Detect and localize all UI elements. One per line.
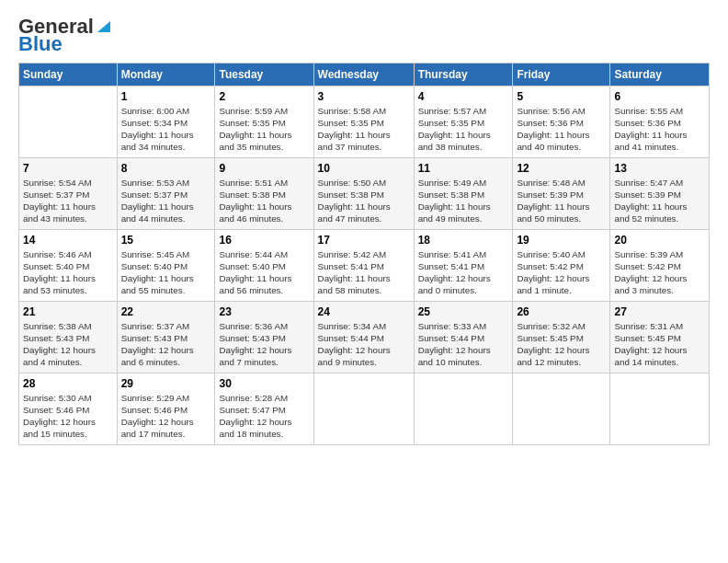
calendar-cell — [313, 373, 414, 444]
day-number: 18 — [418, 234, 509, 247]
calendar-cell: 18Sunrise: 5:41 AM Sunset: 5:41 PM Dayli… — [414, 229, 513, 301]
calendar-cell: 7Sunrise: 5:54 AM Sunset: 5:37 PM Daylig… — [19, 157, 118, 229]
day-info: Sunrise: 6:00 AM Sunset: 5:34 PM Dayligh… — [121, 105, 211, 154]
svg-marker-0 — [97, 21, 110, 32]
day-info: Sunrise: 5:38 AM Sunset: 5:43 PM Dayligh… — [23, 320, 113, 369]
day-number: 4 — [418, 90, 509, 103]
calendar-week-row: 1Sunrise: 6:00 AM Sunset: 5:34 PM Daylig… — [19, 86, 710, 157]
day-info: Sunrise: 5:55 AM Sunset: 5:36 PM Dayligh… — [614, 105, 705, 154]
calendar-cell: 20Sunrise: 5:39 AM Sunset: 5:42 PM Dayli… — [610, 229, 710, 301]
day-number: 19 — [517, 234, 606, 247]
day-info: Sunrise: 5:48 AM Sunset: 5:39 PM Dayligh… — [517, 177, 606, 225]
day-info: Sunrise: 5:32 AM Sunset: 5:45 PM Dayligh… — [517, 320, 606, 369]
calendar-cell: 4Sunrise: 5:57 AM Sunset: 5:35 PM Daylig… — [414, 86, 513, 157]
day-info: Sunrise: 5:46 AM Sunset: 5:40 PM Dayligh… — [23, 248, 113, 297]
calendar-header-cell: Thursday — [414, 63, 513, 86]
calendar-cell: 27Sunrise: 5:31 AM Sunset: 5:45 PM Dayli… — [610, 301, 710, 373]
calendar-header-cell: Sunday — [19, 63, 118, 86]
calendar-cell: 26Sunrise: 5:32 AM Sunset: 5:45 PM Dayli… — [513, 301, 610, 373]
calendar-cell: 23Sunrise: 5:36 AM Sunset: 5:43 PM Dayli… — [215, 301, 313, 373]
day-number: 24 — [318, 305, 410, 318]
day-info: Sunrise: 5:28 AM Sunset: 5:47 PM Dayligh… — [219, 392, 309, 441]
logo: General Blue — [18, 15, 112, 53]
day-info: Sunrise: 5:58 AM Sunset: 5:35 PM Dayligh… — [318, 105, 410, 154]
day-info: Sunrise: 5:45 AM Sunset: 5:40 PM Dayligh… — [121, 248, 211, 297]
day-info: Sunrise: 5:39 AM Sunset: 5:42 PM Dayligh… — [614, 248, 705, 297]
day-number: 6 — [614, 90, 705, 103]
calendar-cell: 29Sunrise: 5:29 AM Sunset: 5:46 PM Dayli… — [117, 373, 215, 444]
day-info: Sunrise: 5:31 AM Sunset: 5:45 PM Dayligh… — [614, 320, 705, 369]
calendar-cell — [610, 373, 710, 444]
calendar-cell: 3Sunrise: 5:58 AM Sunset: 5:35 PM Daylig… — [313, 86, 414, 157]
calendar-header-cell: Tuesday — [215, 63, 313, 86]
calendar-cell: 2Sunrise: 5:59 AM Sunset: 5:35 PM Daylig… — [215, 86, 313, 157]
calendar-week-row: 28Sunrise: 5:30 AM Sunset: 5:46 PM Dayli… — [19, 373, 710, 444]
day-info: Sunrise: 5:30 AM Sunset: 5:46 PM Dayligh… — [23, 392, 113, 441]
day-number: 3 — [318, 90, 410, 103]
day-number: 26 — [517, 305, 606, 318]
calendar-header-cell: Saturday — [610, 63, 710, 86]
day-number: 8 — [121, 162, 211, 175]
calendar-cell — [19, 86, 118, 157]
calendar-cell: 28Sunrise: 5:30 AM Sunset: 5:46 PM Dayli… — [19, 373, 118, 444]
day-number: 10 — [318, 162, 410, 175]
logo-triangle-icon — [96, 17, 112, 34]
day-number: 29 — [121, 377, 211, 390]
calendar-cell: 24Sunrise: 5:34 AM Sunset: 5:44 PM Dayli… — [313, 301, 414, 373]
calendar-header-cell: Monday — [117, 63, 215, 86]
calendar-week-row: 7Sunrise: 5:54 AM Sunset: 5:37 PM Daylig… — [19, 157, 710, 229]
calendar-header-row: SundayMondayTuesdayWednesdayThursdayFrid… — [19, 63, 710, 86]
day-number: 11 — [418, 162, 509, 175]
calendar-cell: 16Sunrise: 5:44 AM Sunset: 5:40 PM Dayli… — [215, 229, 313, 301]
calendar-cell: 1Sunrise: 6:00 AM Sunset: 5:34 PM Daylig… — [117, 86, 215, 157]
calendar-cell — [513, 373, 610, 444]
calendar-cell: 13Sunrise: 5:47 AM Sunset: 5:39 PM Dayli… — [610, 157, 710, 229]
calendar-week-row: 21Sunrise: 5:38 AM Sunset: 5:43 PM Dayli… — [19, 301, 710, 373]
calendar-cell: 17Sunrise: 5:42 AM Sunset: 5:41 PM Dayli… — [313, 229, 414, 301]
calendar-body: 1Sunrise: 6:00 AM Sunset: 5:34 PM Daylig… — [19, 86, 710, 444]
day-number: 14 — [23, 234, 113, 247]
day-number: 16 — [219, 234, 309, 247]
day-info: Sunrise: 5:47 AM Sunset: 5:39 PM Dayligh… — [614, 177, 705, 225]
day-number: 2 — [219, 90, 309, 103]
day-number: 22 — [121, 305, 211, 318]
day-number: 27 — [614, 305, 705, 318]
day-info: Sunrise: 5:51 AM Sunset: 5:38 PM Dayligh… — [219, 177, 309, 225]
day-number: 17 — [318, 234, 410, 247]
day-info: Sunrise: 5:50 AM Sunset: 5:38 PM Dayligh… — [318, 177, 410, 225]
day-number: 1 — [121, 90, 211, 103]
calendar-cell: 25Sunrise: 5:33 AM Sunset: 5:44 PM Dayli… — [414, 301, 513, 373]
day-info: Sunrise: 5:41 AM Sunset: 5:41 PM Dayligh… — [418, 248, 509, 297]
day-info: Sunrise: 5:57 AM Sunset: 5:35 PM Dayligh… — [418, 105, 509, 154]
day-info: Sunrise: 5:53 AM Sunset: 5:37 PM Dayligh… — [121, 177, 211, 225]
day-info: Sunrise: 5:33 AM Sunset: 5:44 PM Dayligh… — [418, 320, 509, 369]
day-info: Sunrise: 5:36 AM Sunset: 5:43 PM Dayligh… — [219, 320, 309, 369]
calendar-week-row: 14Sunrise: 5:46 AM Sunset: 5:40 PM Dayli… — [19, 229, 710, 301]
logo-blue: Blue — [18, 35, 63, 53]
day-number: 9 — [219, 162, 309, 175]
calendar-header-cell: Friday — [513, 63, 610, 86]
calendar-cell: 11Sunrise: 5:49 AM Sunset: 5:38 PM Dayli… — [414, 157, 513, 229]
day-number: 23 — [219, 305, 309, 318]
day-number: 21 — [23, 305, 113, 318]
calendar-cell: 5Sunrise: 5:56 AM Sunset: 5:36 PM Daylig… — [513, 86, 610, 157]
header: General Blue — [18, 15, 710, 53]
calendar-cell: 22Sunrise: 5:37 AM Sunset: 5:43 PM Dayli… — [117, 301, 215, 373]
day-number: 25 — [418, 305, 509, 318]
calendar-cell: 12Sunrise: 5:48 AM Sunset: 5:39 PM Dayli… — [513, 157, 610, 229]
calendar-cell — [414, 373, 513, 444]
day-number: 30 — [219, 377, 309, 390]
calendar-cell: 10Sunrise: 5:50 AM Sunset: 5:38 PM Dayli… — [313, 157, 414, 229]
day-info: Sunrise: 5:56 AM Sunset: 5:36 PM Dayligh… — [517, 105, 606, 154]
day-number: 7 — [23, 162, 113, 175]
day-number: 12 — [517, 162, 606, 175]
day-number: 5 — [517, 90, 606, 103]
day-number: 15 — [121, 234, 211, 247]
day-number: 20 — [614, 234, 705, 247]
day-number: 13 — [614, 162, 705, 175]
day-info: Sunrise: 5:59 AM Sunset: 5:35 PM Dayligh… — [219, 105, 309, 154]
page: General Blue SundayMondayTuesdayWednesda… — [0, 0, 728, 563]
calendar-cell: 9Sunrise: 5:51 AM Sunset: 5:38 PM Daylig… — [215, 157, 313, 229]
calendar-cell: 21Sunrise: 5:38 AM Sunset: 5:43 PM Dayli… — [19, 301, 118, 373]
day-info: Sunrise: 5:44 AM Sunset: 5:40 PM Dayligh… — [219, 248, 309, 297]
